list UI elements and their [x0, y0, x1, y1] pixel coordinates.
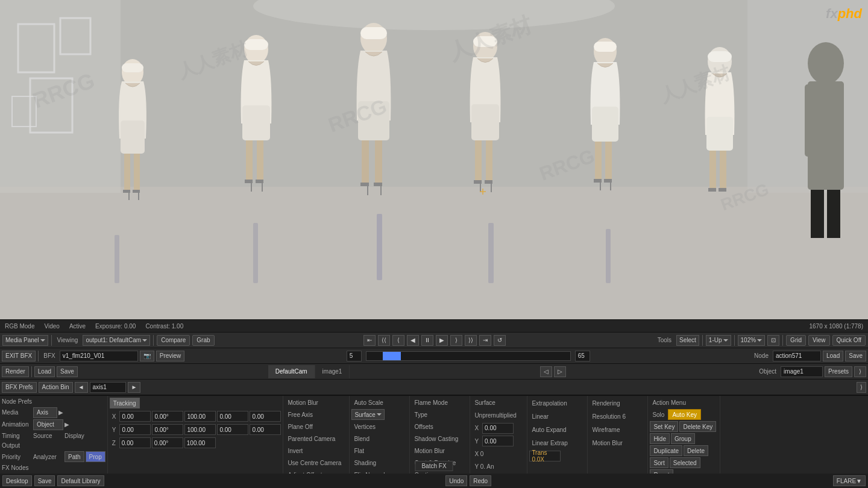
svg-rect-43 — [480, 184, 481, 192]
trans-field[interactable]: Trans 0.0X — [529, 451, 561, 461]
z-scale-field[interactable]: 100.00 — [184, 437, 216, 448]
transport-pause[interactable]: ⏸ — [421, 335, 433, 346]
camera-icon-btn[interactable]: 📷 — [140, 351, 154, 361]
node-prefs-col: Node Prefs Media Axis ▶ Animation Object… — [0, 396, 108, 474]
x-shear-field[interactable]: 0.00 — [217, 411, 248, 422]
arrow-right-btn[interactable]: ⟩ — [857, 382, 866, 393]
set-key-btn[interactable]: Set Key — [650, 421, 678, 432]
x-centre-field[interactable]: 0.00 — [250, 411, 281, 422]
compare-btn[interactable]: Compare — [157, 335, 190, 346]
select-dropdown[interactable]: Select — [676, 335, 699, 346]
transport-play-back[interactable]: ◀ — [407, 335, 419, 346]
zoom-dropdown[interactable]: 102% — [738, 335, 766, 346]
x-rot-field[interactable]: 0.00° — [152, 411, 183, 422]
duplicate-btn[interactable]: Duplicate — [650, 445, 682, 456]
bfx-prefs-btn[interactable]: BFX Prefs — [2, 382, 37, 393]
final-save-btn[interactable]: Save — [34, 475, 55, 486]
preview-btn[interactable]: Preview — [156, 351, 185, 361]
z-rot-field[interactable]: 0.00° — [152, 437, 183, 448]
tab-defaultcam[interactable]: DefaultCam — [268, 365, 315, 378]
timeline-track[interactable] — [366, 351, 571, 361]
default-library-btn[interactable]: Default Library — [57, 475, 104, 486]
action-menu-hdr: Action Menu — [650, 397, 688, 408]
y-centre-field[interactable]: 0.00 — [250, 424, 281, 435]
transport-step-fwd[interactable]: ⟩⟩ — [465, 335, 477, 346]
grab-btn[interactable]: Grab — [192, 335, 214, 346]
flame-mode-hdr: Flame Mode — [412, 397, 450, 408]
svg-rect-17 — [138, 193, 139, 200]
axis-field[interactable]: axis1 — [90, 382, 126, 393]
svg-rect-12 — [124, 154, 130, 190]
surface-dropdown[interactable]: Surface — [351, 409, 384, 420]
axis-label-btn[interactable]: Axis — [33, 407, 57, 418]
svg-rect-22 — [257, 140, 263, 180]
reset-btn[interactable]: Reset — [650, 469, 673, 474]
layout-dropdown[interactable]: 1-Up — [706, 335, 731, 346]
svg-rect-67 — [253, 223, 258, 283]
axis-next-btn[interactable]: ► — [128, 382, 141, 393]
path-btn[interactable]: Path — [64, 451, 84, 462]
y-scale-field[interactable]: 100.00 — [184, 424, 216, 435]
group-btn[interactable]: Group — [671, 433, 695, 444]
parented-cam-label: Parented Camera — [285, 433, 338, 444]
x-offset-field[interactable]: 0.00 — [482, 423, 514, 434]
transport-play-fwd[interactable]: ▶ — [436, 335, 448, 346]
batch-fx-label[interactable]: Batch FX — [415, 461, 453, 471]
y-offset-field[interactable]: 0.00 — [482, 436, 514, 446]
transport-step-back[interactable]: ⟨⟨ — [378, 335, 390, 346]
final-bar: Desktop Save Default Library Undo Redo F… — [0, 474, 868, 488]
delete-key-btn[interactable]: Delete Key — [679, 421, 716, 432]
load-btn[interactable]: Load — [34, 366, 55, 377]
y-rot-field[interactable]: 0.00° — [152, 424, 183, 435]
rgb-mode-label: RGB Mode — [5, 323, 34, 330]
svg-rect-11 — [121, 120, 145, 154]
presets-prev-btn[interactable]: ◁ — [540, 366, 552, 377]
prop-btn[interactable]: Prop — [86, 451, 105, 462]
node-save-btn[interactable]: Save — [845, 351, 866, 361]
node-load-btn[interactable]: Load — [823, 351, 843, 361]
y-shear-field[interactable]: 0.00 — [217, 424, 248, 435]
node-value-field[interactable]: action571 — [773, 351, 821, 361]
frame-out-field[interactable]: 65 — [575, 351, 590, 361]
axis-prev-btn[interactable]: ◄ — [75, 382, 88, 393]
x-scale-field[interactable]: 100.00 — [184, 411, 216, 422]
output-label: Output — [2, 442, 32, 449]
exit-bfx-btn[interactable]: EXIT BFX — [2, 351, 36, 361]
z-pos-field[interactable]: 0.00 — [119, 437, 151, 448]
grid-btn[interactable]: Grid — [786, 335, 806, 346]
svg-rect-69 — [488, 223, 494, 283]
x-pos-field[interactable]: 0.00 — [119, 411, 151, 422]
hide-btn[interactable]: Hide — [650, 433, 670, 444]
undo-btn[interactable]: Undo — [445, 475, 467, 486]
flare-btn[interactable]: FLARE▼ — [833, 475, 866, 486]
render-btn[interactable]: Render — [2, 366, 29, 377]
redo-btn[interactable]: Redo — [470, 475, 491, 486]
bfx-version-field[interactable]: v1_flm210_V01 — [60, 351, 138, 361]
transport-to-end[interactable]: ⇥ — [479, 335, 491, 346]
frame-in-field[interactable]: 5 — [347, 351, 362, 361]
zoom-fit-btn[interactable]: ⊡ — [767, 335, 779, 346]
y-pos-field[interactable]: 0.00 — [119, 424, 151, 435]
sort-btn[interactable]: Sort — [650, 457, 668, 468]
transport-to-start[interactable]: ⇤ — [363, 335, 376, 346]
view-btn[interactable]: View — [808, 335, 830, 346]
presets-btn[interactable]: Presets — [825, 366, 852, 377]
output-dropdown[interactable]: output1: DefaultCam — [83, 335, 150, 346]
object-value-field[interactable]: image1 — [781, 366, 823, 377]
selected-btn[interactable]: Selected — [670, 457, 700, 468]
transport-loop[interactable]: ↺ — [494, 335, 506, 346]
quick-off-btn[interactable]: Quick Off — [832, 335, 866, 346]
save-btn[interactable]: Save — [57, 366, 78, 377]
object-label-btn[interactable]: Object — [33, 419, 63, 430]
presets-expand-btn[interactable]: ⟩ — [854, 366, 866, 377]
tracking-btn[interactable]: Tracking — [110, 398, 140, 408]
delete-btn[interactable]: Delete — [684, 445, 708, 456]
transport-next-frame[interactable]: ⟩ — [450, 335, 462, 346]
tab-image1[interactable]: image1 — [315, 365, 350, 378]
media-panel-dropdown[interactable]: Media Panel — [2, 335, 48, 346]
auto-key-btn[interactable]: Auto Key — [668, 409, 701, 420]
action-bin-btn[interactable]: Action Bin — [39, 382, 73, 393]
presets-next-btn[interactable]: ▷ — [554, 366, 566, 377]
transport-prev-frame[interactable]: ⟨ — [392, 335, 404, 346]
desktop-btn[interactable]: Desktop — [2, 475, 32, 486]
